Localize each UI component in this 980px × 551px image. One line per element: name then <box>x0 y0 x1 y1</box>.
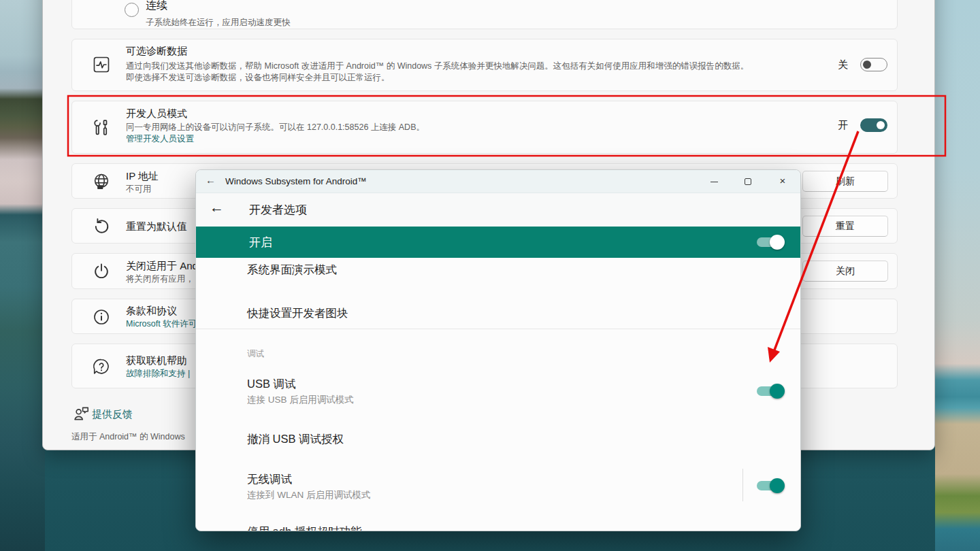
continuous-desc: 子系统始终在运行，应用启动速度更快 <box>146 17 291 29</box>
get-help-title: 获取联机帮助 <box>126 354 187 367</box>
developer-options-master-row[interactable]: 开启 <box>196 227 800 258</box>
turn-off-desc: 将关闭所有应用， <box>126 273 194 285</box>
developer-mode-title: 开发人员模式 <box>126 107 187 120</box>
wallpaper-cliff-left <box>0 0 45 551</box>
refresh-button[interactable]: 刷新 <box>802 171 888 192</box>
row-continuous: 连续 子系统始终在运行，应用启动速度更快 <box>71 0 898 29</box>
minimize-button[interactable] <box>699 170 729 193</box>
wsa-developer-options-window: ← Windows Subsystem for Android™ × ← 开发者… <box>195 169 801 531</box>
item-quick-settings-tile[interactable]: 快捷设置开发者图块 <box>247 306 348 321</box>
wireless-debug-toggle[interactable] <box>755 477 785 495</box>
ip-globe-icon <box>92 172 111 191</box>
info-icon <box>92 307 111 327</box>
header-back-icon[interactable]: ← <box>210 199 224 216</box>
row-developer-mode: 开发人员模式 同一专用网络上的设备可以访问子系统。可以在 127.0.0.1:5… <box>71 101 898 154</box>
item-wireless-debug-title[interactable]: 无线调试 <box>247 472 292 487</box>
turn-off-button[interactable]: 关闭 <box>802 261 888 282</box>
power-icon <box>92 262 111 281</box>
wsa-window-title: Windows Subsystem for Android™ <box>225 176 367 186</box>
item-adb-timeout-clipped[interactable]: 停用 adb 授权超时功能 <box>247 524 362 531</box>
troubleshooting-link[interactable]: 故障排除和支持 | <box>126 368 190 380</box>
ip-address-value: 不可用 <box>126 184 152 195</box>
item-revoke-usb-auth[interactable]: 撤消 USB 调试授权 <box>247 432 344 447</box>
reset-defaults-title: 重置为默认值 <box>126 220 187 233</box>
item-system-ui-demo[interactable]: 系统界面演示模式 <box>247 263 337 278</box>
developer-mode-toggle[interactable] <box>860 118 887 132</box>
developer-tools-icon <box>92 118 111 137</box>
developer-mode-toggle-label: 开 <box>838 119 848 132</box>
license-link[interactable]: Microsoft 软件许可 <box>126 318 197 330</box>
usb-debug-toggle[interactable] <box>755 382 785 400</box>
master-toggle[interactable] <box>755 233 785 251</box>
master-toggle-label: 开启 <box>249 235 272 250</box>
reset-button[interactable]: 重置 <box>802 216 888 237</box>
turn-off-title: 关闭适用于 And <box>126 260 198 273</box>
terms-title: 条款和协议 <box>126 305 177 318</box>
debug-section-label: 调试 <box>247 348 264 360</box>
wireless-row-divider <box>742 469 743 501</box>
wallpaper-meadow-right <box>935 0 980 551</box>
diagnostics-toggle[interactable] <box>860 58 887 71</box>
item-wireless-debug-desc: 连接到 WLAN 后启用调试模式 <box>247 489 371 501</box>
row-diagnostics: 可选诊断数据 通过向我们发送其他诊断数据，帮助 Microsoft 改进适用于 … <box>71 39 898 91</box>
wsa-titlebar[interactable]: ← Windows Subsystem for Android™ × <box>196 170 800 193</box>
continuous-radio[interactable] <box>125 3 139 17</box>
titlebar-back-icon[interactable]: ← <box>206 174 216 186</box>
diagnostics-title: 可选诊断数据 <box>126 45 187 58</box>
continuous-label: 连续 <box>146 0 167 13</box>
section-divider <box>196 329 800 329</box>
diagnostics-desc-line1: 通过向我们发送其他诊断数据，帮助 Microsoft 改进适用于 Android… <box>126 61 749 72</box>
help-bubble-icon <box>92 357 111 376</box>
diagnostics-desc-line2: 即使选择不发送可选诊断数据，设备也将同样安全并且可以正常运行。 <box>126 72 390 84</box>
item-usb-debug-desc: 连接 USB 后启用调试模式 <box>247 394 354 406</box>
settings-footer-text: 适用于 Android™ 的 Windows <box>71 431 185 443</box>
developer-mode-desc: 同一专用网络上的设备可以访问子系统。可以在 127.0.0.1:58526 上连… <box>126 122 425 133</box>
feedback-icon <box>73 405 91 422</box>
item-usb-debug-title[interactable]: USB 调试 <box>247 377 296 392</box>
manage-developer-settings-link[interactable]: 管理开发人员设置 <box>126 133 194 145</box>
ip-address-title: IP 地址 <box>126 170 159 183</box>
diagnostics-toggle-label: 关 <box>838 59 848 71</box>
reset-arrow-icon <box>92 217 111 236</box>
developer-options-header: ← 开发者选项 <box>196 193 800 227</box>
developer-options-title: 开发者选项 <box>249 202 307 218</box>
close-button[interactable]: × <box>768 170 798 193</box>
give-feedback-link[interactable]: 提供反馈 <box>92 408 133 421</box>
maximize-button[interactable] <box>733 170 763 193</box>
diagnostics-activity-icon <box>92 55 111 74</box>
